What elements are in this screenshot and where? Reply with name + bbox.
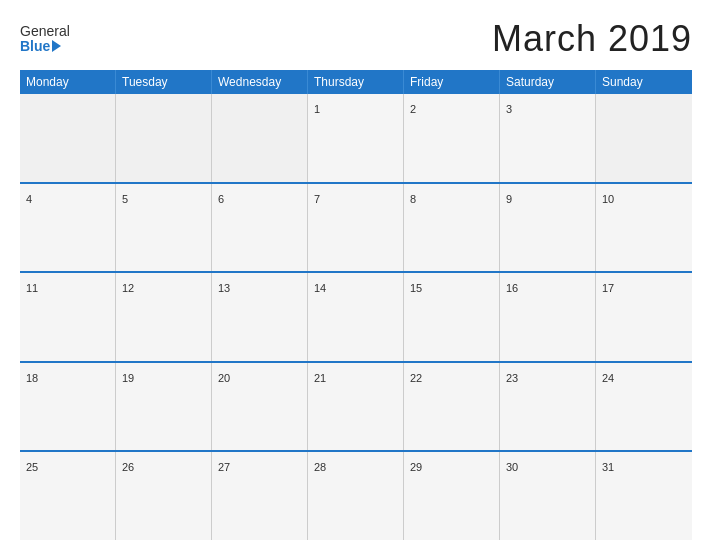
calendar-cell: 6 <box>212 184 308 272</box>
day-number: 9 <box>506 193 512 205</box>
logo-triangle-icon <box>52 40 61 52</box>
calendar-cell: 16 <box>500 273 596 361</box>
day-number: 1 <box>314 103 320 115</box>
calendar-cell: 7 <box>308 184 404 272</box>
day-number: 14 <box>314 282 326 294</box>
calendar-cell: 3 <box>500 94 596 182</box>
logo-general: General <box>20 24 70 39</box>
calendar-cell <box>20 94 116 182</box>
calendar-cell: 13 <box>212 273 308 361</box>
calendar-cell: 12 <box>116 273 212 361</box>
calendar-cell: 30 <box>500 452 596 540</box>
calendar-cell: 10 <box>596 184 692 272</box>
calendar-cell: 28 <box>308 452 404 540</box>
day-number: 28 <box>314 461 326 473</box>
calendar-cell: 22 <box>404 363 500 451</box>
weekday-header-saturday: Saturday <box>500 70 596 94</box>
day-number: 27 <box>218 461 230 473</box>
calendar-cell: 14 <box>308 273 404 361</box>
calendar-cell: 17 <box>596 273 692 361</box>
calendar-cell: 23 <box>500 363 596 451</box>
calendar-cell: 1 <box>308 94 404 182</box>
day-number: 18 <box>26 372 38 384</box>
weekday-header-thursday: Thursday <box>308 70 404 94</box>
calendar-row-4: 18192021222324 <box>20 361 692 451</box>
day-number: 20 <box>218 372 230 384</box>
month-title: March 2019 <box>492 18 692 60</box>
calendar-cell: 25 <box>20 452 116 540</box>
calendar-cell: 15 <box>404 273 500 361</box>
calendar-cell: 27 <box>212 452 308 540</box>
calendar-cell: 21 <box>308 363 404 451</box>
day-number: 5 <box>122 193 128 205</box>
day-number: 11 <box>26 282 38 294</box>
day-number: 16 <box>506 282 518 294</box>
day-number: 15 <box>410 282 422 294</box>
calendar-cell: 20 <box>212 363 308 451</box>
calendar-page: General Blue March 2019 MondayTuesdayWed… <box>0 0 712 550</box>
calendar-row-3: 11121314151617 <box>20 271 692 361</box>
day-number: 29 <box>410 461 422 473</box>
weekday-header-tuesday: Tuesday <box>116 70 212 94</box>
day-number: 7 <box>314 193 320 205</box>
day-number: 17 <box>602 282 614 294</box>
day-number: 2 <box>410 103 416 115</box>
day-number: 31 <box>602 461 614 473</box>
logo-blue: Blue <box>20 39 50 54</box>
calendar-cell: 19 <box>116 363 212 451</box>
calendar-cell: 4 <box>20 184 116 272</box>
page-header: General Blue March 2019 <box>20 18 692 60</box>
calendar-cell <box>596 94 692 182</box>
day-number: 21 <box>314 372 326 384</box>
logo: General Blue <box>20 24 70 55</box>
calendar-row-5: 25262728293031 <box>20 450 692 540</box>
weekday-header-monday: Monday <box>20 70 116 94</box>
calendar-cell: 31 <box>596 452 692 540</box>
calendar-cell: 9 <box>500 184 596 272</box>
day-number: 22 <box>410 372 422 384</box>
day-number: 12 <box>122 282 134 294</box>
day-number: 4 <box>26 193 32 205</box>
weekday-header-sunday: Sunday <box>596 70 692 94</box>
calendar-row-1: 123 <box>20 94 692 182</box>
day-number: 6 <box>218 193 224 205</box>
calendar-cell: 2 <box>404 94 500 182</box>
calendar-cell: 18 <box>20 363 116 451</box>
calendar-row-2: 45678910 <box>20 182 692 272</box>
day-number: 19 <box>122 372 134 384</box>
calendar-header: MondayTuesdayWednesdayThursdayFridaySatu… <box>20 70 692 94</box>
calendar-cell: 8 <box>404 184 500 272</box>
day-number: 23 <box>506 372 518 384</box>
calendar-cell: 5 <box>116 184 212 272</box>
weekday-header-wednesday: Wednesday <box>212 70 308 94</box>
day-number: 26 <box>122 461 134 473</box>
calendar-cell: 24 <box>596 363 692 451</box>
calendar-cell: 26 <box>116 452 212 540</box>
calendar-cell <box>116 94 212 182</box>
calendar-body: 1234567891011121314151617181920212223242… <box>20 94 692 540</box>
calendar-cell: 11 <box>20 273 116 361</box>
day-number: 8 <box>410 193 416 205</box>
calendar: MondayTuesdayWednesdayThursdayFridaySatu… <box>20 70 692 540</box>
day-number: 13 <box>218 282 230 294</box>
day-number: 3 <box>506 103 512 115</box>
weekday-header-friday: Friday <box>404 70 500 94</box>
day-number: 25 <box>26 461 38 473</box>
day-number: 30 <box>506 461 518 473</box>
day-number: 10 <box>602 193 614 205</box>
calendar-cell: 29 <box>404 452 500 540</box>
day-number: 24 <box>602 372 614 384</box>
calendar-cell <box>212 94 308 182</box>
